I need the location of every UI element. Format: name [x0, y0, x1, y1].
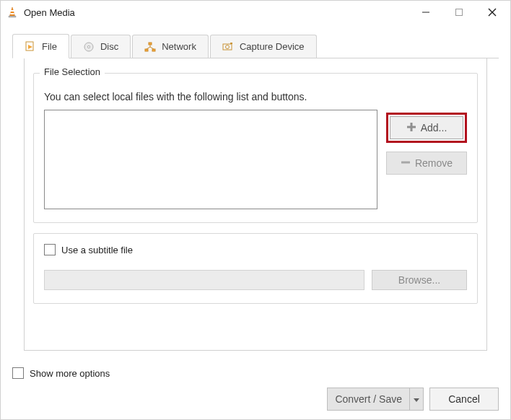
svg-rect-13 — [145, 49, 148, 51]
svg-line-7 — [489, 9, 496, 16]
close-button[interactable] — [476, 1, 509, 24]
tab-disc[interactable]: Disc — [71, 35, 131, 58]
svg-point-19 — [225, 45, 229, 48]
network-icon — [144, 41, 156, 53]
svg-marker-24 — [414, 398, 419, 402]
file-selection-description: You can select local files with the foll… — [44, 91, 467, 102]
svg-rect-20 — [230, 43, 232, 44]
svg-rect-22 — [407, 126, 416, 128]
use-subtitle-checkbox[interactable] — [44, 244, 56, 255]
show-more-options-label: Show more options — [30, 368, 110, 379]
remove-button[interactable]: Remove — [386, 152, 467, 175]
subtitle-path-field — [44, 270, 364, 290]
svg-rect-23 — [401, 161, 410, 163]
add-button-highlight: Add... — [386, 113, 467, 143]
convert-save-button[interactable]: Convert / Save — [327, 388, 409, 411]
svg-rect-3 — [9, 16, 16, 17]
remove-button-label: Remove — [415, 157, 453, 169]
tab-file[interactable]: File — [12, 34, 69, 58]
file-icon — [25, 40, 36, 52]
use-subtitle-label: Use a subtitle file — [61, 245, 133, 255]
tab-label: Network — [162, 41, 196, 52]
file-selection-group: File Selection You can select local file… — [33, 73, 478, 223]
plus-icon — [406, 122, 416, 134]
svg-rect-1 — [11, 10, 14, 12]
subtitle-group: Use a subtitle file Browse... — [33, 233, 478, 304]
tab-label: Disc — [100, 41, 118, 52]
window-title: Open Media — [24, 7, 409, 18]
cancel-button-label: Cancel — [448, 393, 480, 405]
chevron-down-icon — [414, 393, 419, 405]
tab-label: File — [42, 41, 57, 52]
svg-line-6 — [489, 9, 496, 16]
tab-label: Capture Device — [240, 41, 305, 52]
svg-rect-5 — [456, 9, 463, 16]
tab-panel-file: File Selection You can select local file… — [24, 58, 487, 351]
file-selection-legend: File Selection — [40, 66, 105, 77]
convert-save-dropdown-button[interactable] — [409, 388, 424, 411]
minus-icon — [401, 157, 411, 170]
tab-network[interactable]: Network — [132, 35, 209, 58]
tab-capture-device[interactable]: Capture Device — [210, 35, 317, 58]
file-list[interactable] — [44, 110, 377, 209]
browse-button[interactable]: Browse... — [372, 270, 467, 290]
convert-save-split-button[interactable]: Convert / Save — [327, 388, 424, 411]
maximize-button[interactable] — [442, 1, 476, 24]
svg-point-11 — [87, 45, 89, 48]
convert-save-label: Convert / Save — [335, 393, 402, 405]
cancel-button[interactable]: Cancel — [429, 388, 499, 411]
add-button-label: Add... — [421, 122, 447, 134]
browse-button-label: Browse... — [398, 274, 440, 286]
show-more-options-checkbox[interactable] — [12, 367, 24, 379]
vlc-cone-icon — [6, 6, 18, 18]
svg-rect-14 — [152, 49, 155, 51]
svg-rect-12 — [149, 43, 152, 45]
add-button[interactable]: Add... — [390, 116, 463, 139]
disc-icon — [83, 41, 95, 53]
minimize-button[interactable] — [409, 1, 442, 24]
svg-rect-2 — [10, 13, 14, 14]
capture-device-icon — [222, 41, 234, 53]
